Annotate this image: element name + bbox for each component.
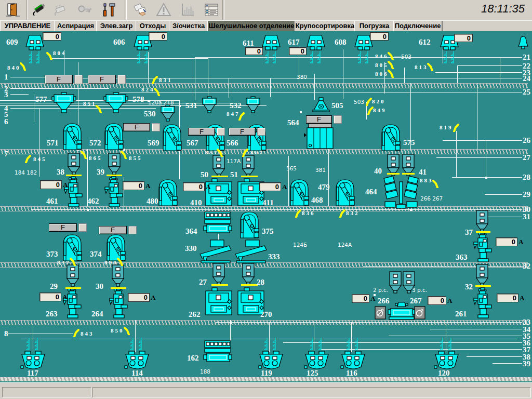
switch-lever[interactable] [46,52,52,60]
f-indicator[interactable] [117,75,126,84]
machine-forks-125[interactable] [308,338,326,351]
switch-lever[interactable] [73,329,79,337]
value-box[interactable]: 0 [496,237,517,246]
switch-lever[interactable] [81,151,87,159]
disconnect-plug-icon[interactable] [52,1,70,18]
f-button[interactable]: F [229,128,256,136]
machine-bin-51[interactable] [242,155,255,177]
switch-lever[interactable] [432,180,438,188]
f-button[interactable]: F [188,128,215,136]
machine-611[interactable] [260,34,283,66]
switch-lever[interactable] [242,149,248,157]
value-box[interactable]: 0 [183,182,205,191]
switch-lever[interactable] [70,258,76,266]
machine-571[interactable] [62,122,83,151]
machine-375[interactable] [239,210,260,239]
machine-forks-119[interactable] [262,338,281,351]
switch-lever[interactable] [388,61,394,69]
machine-alarm-bell[interactable] [517,35,529,50]
machine-162[interactable] [204,340,232,364]
f-button[interactable]: F [99,226,127,234]
machine-separator-40-41[interactable] [384,175,418,209]
machine-bin-50[interactable] [212,155,225,177]
switch-lever[interactable] [427,63,433,71]
f-indicator[interactable] [334,115,342,124]
machine-333[interactable] [234,240,269,263]
value-box[interactable]: 0 [454,34,473,42]
tools-icon[interactable] [100,1,117,18]
machine-567[interactable] [205,123,225,152]
machine-forks-114[interactable] [128,338,147,351]
tab-6[interactable]: Крупосортировка [295,21,356,32]
f-indicator[interactable] [152,123,160,131]
tab-4[interactable]: З/очистка [169,21,209,32]
machine-bin-29[interactable] [66,264,79,286]
value-box[interactable]: 0 [352,294,369,303]
machine-505[interactable] [310,98,332,112]
machine-262[interactable] [205,288,233,317]
switch-lever[interactable] [121,151,127,159]
machine-617[interactable] [304,34,327,66]
switch-lever[interactable] [96,105,102,113]
machine-468[interactable] [335,178,355,207]
machine-263[interactable] [63,288,84,319]
machine-575[interactable] [380,123,401,152]
value-box[interactable]: 0 [40,180,62,189]
value-box[interactable]: 0 [289,47,307,55]
tab-7[interactable]: Погрузка [354,21,395,32]
machine-motor-267[interactable] [415,307,425,319]
f-button[interactable]: F [123,123,150,131]
f-indicator[interactable] [78,223,87,232]
key-icon[interactable] [76,1,94,18]
machine-bin-2rs[interactable] [389,271,402,293]
machine-569[interactable] [162,123,182,152]
machine-bin-32[interactable] [475,264,489,286]
value-box[interactable]: 0 [128,293,150,302]
machine-forks-116[interactable] [344,338,363,351]
machine-bin-27[interactable] [212,263,225,285]
tab-3[interactable]: Отходы [136,21,170,32]
exit-door-icon[interactable] [4,1,22,18]
switch-lever[interactable] [117,258,123,266]
tab-5[interactable]: Шелушильное отделение [207,21,296,32]
trends-chart-icon[interactable] [179,1,196,18]
machine-578[interactable] [104,92,128,113]
value-box[interactable]: 0 [149,32,167,41]
f-button[interactable]: F [49,223,77,232]
machine-forks-117[interactable] [24,338,43,351]
machine-577[interactable] [52,92,76,113]
tab-1[interactable]: Аспирация [54,21,98,32]
machine-motor-266[interactable] [375,307,385,319]
switch-lever[interactable] [154,88,160,96]
machine-330[interactable] [199,240,233,263]
machine-566[interactable] [246,123,267,152]
journal-sign-icon[interactable] [131,1,149,18]
value-box[interactable]: 0 [370,32,389,41]
machine-532[interactable] [245,97,261,113]
switch-lever[interactable] [25,155,31,163]
report-table-icon[interactable] [203,1,220,18]
switch-lever[interactable] [453,124,459,132]
machine-bin-28[interactable] [242,263,255,285]
tab-2[interactable]: Элев.загр [96,21,137,32]
machine-bin-37[interactable] [475,210,489,232]
machine-531[interactable] [202,97,217,113]
f-button[interactable]: F [88,75,116,84]
machine-363[interactable] [473,232,494,263]
machine-bin-38[interactable] [67,153,81,175]
switch-lever[interactable] [20,62,26,71]
f-button[interactable]: F [306,115,332,124]
switch-lever[interactable] [366,98,372,106]
machine-bin-39[interactable] [108,153,121,175]
value-box[interactable]: 0 [245,47,263,55]
value-box[interactable]: 0 [428,296,446,305]
switch-lever[interactable] [152,76,158,84]
value-box[interactable]: 0 [497,294,518,302]
f-button[interactable]: F [45,75,73,84]
machine-572[interactable] [103,122,124,151]
machine-261[interactable] [473,288,494,319]
machine-564[interactable] [307,124,334,150]
value-box[interactable]: 0 [123,181,144,190]
connect-plug-icon[interactable] [30,1,48,18]
tab-0[interactable]: УПРАВЛЕНИЕ [0,21,56,32]
